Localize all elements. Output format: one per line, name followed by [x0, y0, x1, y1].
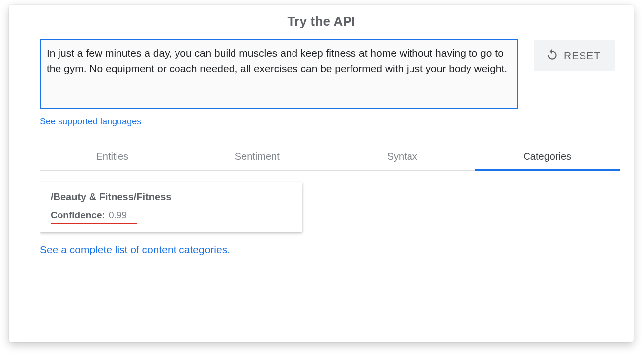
- confidence-line: Confidence: 0.99: [51, 210, 292, 221]
- input-row: RESET: [23, 39, 620, 111]
- text-input-wrap: [40, 39, 518, 111]
- results-pane[interactable]: /Beauty & Fitness/Fitness Confidence: 0.…: [40, 171, 620, 314]
- tab-sentiment[interactable]: Sentiment: [185, 147, 330, 171]
- reset-icon: [546, 48, 559, 63]
- supported-languages-link[interactable]: See supported languages: [40, 117, 141, 127]
- text-input[interactable]: [40, 39, 518, 109]
- confidence-label: Confidence:: [51, 210, 105, 220]
- reset-button[interactable]: RESET: [534, 40, 615, 71]
- page-title: Try the API: [23, 14, 620, 29]
- reset-button-label: RESET: [564, 50, 601, 61]
- annotation-underline: [51, 223, 137, 224]
- category-path: /Beauty & Fitness/Fitness: [51, 191, 292, 203]
- tab-entities[interactable]: Entities: [40, 147, 185, 171]
- tab-syntax[interactable]: Syntax: [330, 147, 475, 171]
- confidence-value: 0.99: [109, 210, 127, 220]
- tab-categories[interactable]: Categories: [475, 147, 620, 171]
- category-card: /Beauty & Fitness/Fitness Confidence: 0.…: [40, 182, 302, 232]
- results-tabs: Entities Sentiment Syntax Categories: [40, 147, 620, 171]
- api-demo-panel: Try the API RESET See supported language…: [9, 5, 634, 342]
- all-categories-link[interactable]: See a complete list of content categorie…: [40, 244, 230, 255]
